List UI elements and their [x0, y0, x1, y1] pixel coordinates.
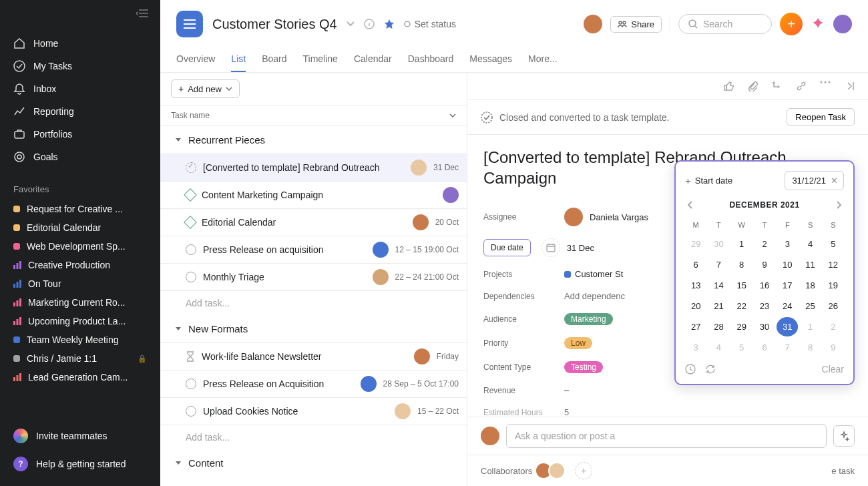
sidebar-nav-inbox[interactable]: Inbox — [0, 77, 160, 100]
time-icon[interactable] — [685, 364, 696, 375]
calendar-day[interactable]: 5 — [823, 234, 844, 254]
add-task-button[interactable]: Add task... — [160, 290, 467, 315]
search-input[interactable]: Search — [678, 14, 772, 34]
add-new-button[interactable]: + Add new — [171, 79, 240, 98]
tab-list[interactable]: List — [231, 47, 246, 72]
calendar-day[interactable]: 31 — [777, 317, 798, 336]
calendar-day[interactable]: 2 — [754, 234, 775, 254]
project-chip[interactable]: Customer St — [564, 269, 623, 279]
audience-tag[interactable]: Marketing — [564, 313, 613, 325]
milestone-icon[interactable] — [184, 188, 197, 202]
calendar-day[interactable]: 15 — [731, 276, 752, 295]
add-collaborator-button[interactable]: + — [575, 462, 592, 479]
calendar-day[interactable]: 11 — [799, 255, 821, 274]
calendar-day[interactable]: 16 — [754, 276, 775, 295]
calendar-day[interactable]: 25 — [799, 296, 821, 316]
column-options-icon[interactable] — [449, 113, 456, 117]
repeat-icon[interactable] — [705, 364, 716, 375]
calendar-day[interactable]: 22 — [731, 296, 752, 316]
favorite-item[interactable]: Team Weekly Meeting — [0, 330, 160, 349]
tab-calendar[interactable]: Calendar — [354, 47, 392, 72]
comment-input[interactable]: Ask a question or post a — [506, 424, 827, 448]
calendar-day[interactable]: 1 — [799, 317, 821, 336]
calendar-day[interactable]: 27 — [685, 317, 706, 336]
favorite-item[interactable]: On Tour — [0, 274, 160, 293]
favorite-item[interactable]: Web Development Sp... — [0, 237, 160, 256]
like-icon[interactable] — [724, 81, 734, 91]
calendar-day[interactable]: 24 — [777, 296, 798, 316]
member-avatar[interactable] — [584, 15, 602, 33]
calendar-day[interactable]: 8 — [799, 338, 821, 357]
task-row[interactable]: Upload Cookies Notice15 – 22 Oct — [160, 397, 467, 425]
calendar-day[interactable]: 4 — [799, 234, 821, 254]
help-button[interactable]: ? Help & getting started — [0, 450, 160, 478]
assignee-avatar[interactable] — [413, 214, 429, 230]
task-row[interactable]: Press Release on Acquisition28 Sep – 5 O… — [160, 370, 467, 397]
complete-check-icon[interactable] — [186, 379, 196, 389]
calendar-day[interactable]: 23 — [754, 296, 775, 316]
calendar-day[interactable]: 3 — [685, 338, 706, 357]
prev-month-icon[interactable] — [685, 198, 696, 212]
calendar-day[interactable]: 6 — [754, 338, 775, 357]
leave-task-button[interactable]: e task — [831, 466, 855, 476]
link-icon[interactable] — [796, 81, 807, 91]
tab-dashboard[interactable]: Dashboard — [408, 47, 454, 72]
section-header[interactable]: Content — [160, 449, 467, 477]
task-row[interactable]: Content Marketing Campaign — [160, 181, 467, 208]
calendar-day[interactable]: 2 — [823, 317, 844, 336]
assignee-avatar[interactable] — [395, 403, 411, 419]
collab-avatar[interactable] — [548, 462, 566, 479]
complete-check-icon[interactable] — [186, 406, 196, 417]
subtask-icon[interactable] — [772, 81, 783, 91]
attachment-icon[interactable] — [748, 81, 758, 91]
calendar-day[interactable]: 3 — [777, 234, 798, 254]
complete-check-icon[interactable] — [186, 244, 196, 255]
task-row[interactable]: Press Release on acquisition12 – 15 19:0… — [160, 236, 467, 263]
start-date-button[interactable]: + Start date — [685, 175, 732, 186]
project-menu-chevron-icon[interactable] — [347, 21, 355, 27]
date-input[interactable]: 31/12/21 ✕ — [785, 171, 844, 190]
due-date-value[interactable]: 31 Dec — [541, 238, 594, 257]
calendar-day[interactable]: 30 — [708, 234, 729, 254]
invite-teammates-button[interactable]: Invite teammates — [0, 422, 160, 450]
favorite-item[interactable]: Chris / Jamie 1:1🔒 — [0, 349, 160, 368]
favorite-item[interactable]: Editorial Calendar — [0, 218, 160, 237]
calendar-day[interactable]: 13 — [685, 276, 706, 295]
sidebar-nav-goals[interactable]: Goals — [0, 146, 160, 168]
calendar-day[interactable]: 28 — [708, 317, 729, 336]
sidebar-nav-my-tasks[interactable]: My Tasks — [0, 55, 160, 77]
calendar-day[interactable]: 20 — [685, 296, 706, 316]
section-header[interactable]: Recurrent Pieces — [160, 126, 467, 154]
favorite-item[interactable]: Upcoming Product La... — [0, 312, 160, 330]
calendar-day[interactable]: 26 — [823, 296, 844, 316]
add-dependencies-button[interactable]: Add dependenc — [564, 291, 625, 301]
calendar-day[interactable]: 19 — [823, 276, 844, 295]
assignee-avatar[interactable] — [373, 242, 389, 258]
info-icon[interactable] — [364, 19, 375, 29]
task-row[interactable]: [Converted to template] Rebrand Outreach… — [160, 154, 467, 181]
hourglass-icon[interactable] — [186, 351, 195, 362]
assignee-avatar[interactable] — [411, 160, 427, 176]
task-row[interactable]: Work-life Balance NewsletterFriday — [160, 342, 467, 370]
favorite-item[interactable]: Request for Creative ... — [0, 200, 160, 218]
content-type-tag[interactable]: Testing — [564, 361, 603, 373]
favorite-item[interactable]: Lead Generation Cam... — [0, 368, 160, 387]
tab-messages[interactable]: Messages — [469, 47, 512, 72]
calendar-day[interactable]: 21 — [708, 296, 729, 316]
tab-board[interactable]: Board — [262, 47, 286, 72]
assignee-value[interactable]: Daniela Vargas — [564, 208, 648, 226]
sidebar-nav-reporting[interactable]: Reporting — [0, 100, 160, 123]
assignee-avatar[interactable] — [361, 376, 377, 392]
omnibutton[interactable]: + — [780, 13, 803, 35]
estimated-hours-value[interactable]: 5 — [564, 407, 569, 417]
priority-tag[interactable]: Low — [564, 337, 592, 349]
template-check-icon[interactable] — [186, 162, 196, 173]
revenue-value[interactable]: – — [564, 385, 569, 395]
section-header[interactable]: New Formats — [160, 315, 467, 342]
calendar-day[interactable]: 12 — [823, 255, 844, 274]
assignee-avatar[interactable] — [443, 187, 459, 203]
sidebar-nav-home[interactable]: Home — [0, 32, 160, 55]
favorite-item[interactable]: Marketing Current Ro... — [0, 293, 160, 312]
calendar-day[interactable]: 29 — [731, 317, 752, 336]
calendar-day[interactable]: 1 — [731, 234, 752, 254]
